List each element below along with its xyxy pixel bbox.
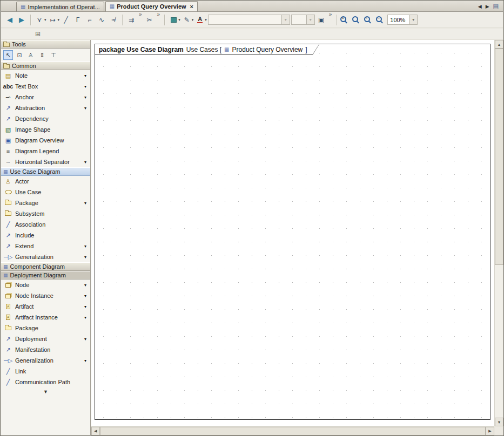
secondary-combo[interactable]: ▼ [291, 15, 315, 25]
chevron-down-icon[interactable]: ▾ [58, 18, 60, 22]
palette-item-manifestation[interactable]: ↗ Manifestation [1, 344, 90, 355]
palette-item-diagram-overview[interactable]: ▣ Diagram Overview [1, 135, 90, 146]
diagram-frame[interactable]: package Use Case Diagram Use Cases [ ▦ P… [95, 44, 490, 420]
align-tool-button[interactable]: ⊤ [49, 50, 58, 60]
scroll-up-icon[interactable]: ▲ [495, 40, 503, 49]
chevron-down-icon[interactable]: ▾ [84, 304, 88, 309]
scroll-left-icon[interactable]: ◀ [91, 427, 100, 435]
sticky-path-tool-button[interactable]: ↦ [48, 14, 58, 26]
palette-item-deployment-package[interactable]: Package [1, 323, 90, 333]
zoom-in-button[interactable]: + [340, 16, 351, 24]
palette-item-include[interactable]: ↗ Include [1, 230, 90, 241]
chevron-down-icon[interactable]: ▾ [84, 95, 88, 100]
fill-color-button[interactable] [168, 14, 179, 26]
toolbar-overflow-icon[interactable]: » [139, 12, 142, 17]
palette-item-artifact-instance[interactable]: Artifact Instance ▾ [1, 312, 90, 323]
palette-item-generalization[interactable]: ─▷ Generalization ▾ [1, 251, 90, 262]
chevron-down-icon[interactable]: ▾ [84, 283, 88, 288]
next-tab-icon[interactable]: ▶ [486, 4, 489, 9]
line-color-button[interactable]: ✎ [182, 14, 192, 26]
palette-item-dependency[interactable]: ↗ Dependency [1, 113, 90, 124]
palette-scroll-down-button[interactable]: ▼ [1, 387, 90, 396]
chevron-down-icon[interactable]: ▾ [84, 160, 88, 165]
palette-section-use-case-diagram[interactable]: ▦ Use Case Diagram [1, 167, 90, 176]
palette-item-subsystem[interactable]: Subsystem [1, 208, 90, 219]
style-combo[interactable]: ▼ [208, 15, 290, 25]
draw-path-tool-button[interactable]: ⋎ [34, 14, 45, 26]
chevron-down-icon[interactable]: ▾ [84, 84, 88, 89]
selection-tool-button[interactable]: ↖ [3, 50, 13, 60]
vertical-scrollbar-thumb[interactable] [495, 49, 503, 265]
palette-item-diagram-legend[interactable]: ≡ Diagram Legend [1, 146, 90, 156]
combo-arrow-icon[interactable]: ▼ [409, 15, 417, 24]
font-color-button[interactable]: A [194, 14, 205, 26]
toolbar-overflow-icon[interactable]: » [329, 12, 332, 17]
scroll-right-icon[interactable]: ▶ [486, 427, 494, 435]
close-tab-icon[interactable]: × [190, 3, 193, 10]
palette-item-deployment[interactable]: ↗ Deployment ▾ [1, 333, 90, 344]
chevron-down-icon[interactable]: ▾ [178, 18, 180, 22]
palette-item-node[interactable]: Node ▾ [1, 280, 90, 290]
swimlane-tool-button[interactable]: ♙ [26, 50, 36, 60]
custom-path-button[interactable]: ≉ [108, 14, 119, 26]
scroll-down-icon[interactable]: ▼ [495, 418, 503, 426]
tab-implementation-of-operations[interactable]: ▦ Implementation of Operat... [16, 2, 104, 11]
palette-item-node-instance[interactable]: Node Instance ▾ [1, 290, 90, 301]
chevron-down-icon[interactable]: ▾ [84, 255, 88, 260]
tab-product-query-overview[interactable]: ▦ Product Query Overview × [105, 1, 198, 11]
palette-section-deployment-diagram[interactable]: ▦ Deployment Diagram [1, 271, 90, 280]
chevron-down-icon[interactable]: ▾ [84, 106, 88, 111]
toolbar-overflow-icon[interactable]: » [157, 12, 160, 17]
palette-section-common[interactable]: Common [1, 62, 90, 70]
diagram-canvas[interactable]: package Use Case Diagram Use Cases [ ▦ P… [91, 40, 494, 426]
palette-section-tools[interactable]: Tools [1, 40, 90, 49]
palette-item-actor[interactable]: ♙ Actor [1, 176, 90, 187]
chevron-down-icon[interactable]: ▾ [84, 294, 88, 298]
horizontal-scrollbar-thumb[interactable] [100, 427, 486, 435]
chevron-down-icon[interactable]: ▾ [84, 358, 88, 363]
combo-arrow-icon[interactable]: ▼ [281, 15, 290, 24]
zoom-level-combo[interactable]: 100% ▼ [387, 15, 418, 25]
autosize-button[interactable]: ⇉ [126, 14, 137, 26]
palette-item-artifact[interactable]: Artifact ▾ [1, 301, 90, 312]
palette-item-note[interactable]: ▤ Note ▾ [1, 70, 90, 81]
bent-path-button[interactable]: ⌐ [84, 14, 95, 26]
window-list-icon[interactable]: ▤ [493, 3, 499, 10]
back-button[interactable]: ◀ [4, 14, 15, 26]
oblique-path-button[interactable]: ╱ [61, 14, 71, 26]
palette-item-abstraction[interactable]: ↗ Abstraction ▾ [1, 103, 90, 113]
curved-path-button[interactable]: ∿ [96, 14, 107, 26]
palette-item-text-box[interactable]: abc Text Box ▾ [1, 81, 90, 92]
forward-button[interactable]: ▶ [16, 14, 27, 26]
palette-item-image-shape[interactable]: ▧ Image Shape [1, 124, 90, 135]
palette-item-package[interactable]: Package ▾ [1, 197, 90, 208]
palette-item-communication-path[interactable]: ╱ Communication Path [1, 377, 90, 387]
palette-item-extend[interactable]: ↗ Extend ▾ [1, 241, 90, 251]
combo-arrow-icon[interactable]: ▼ [306, 15, 314, 24]
selection-filter-button[interactable]: ⊡ [15, 50, 24, 60]
chevron-down-icon[interactable]: ▾ [84, 244, 88, 249]
zoom-out-button[interactable]: − [375, 16, 386, 24]
chevron-down-icon[interactable]: ▾ [84, 73, 88, 78]
vertical-resize-tool-button[interactable]: ⇕ [37, 50, 47, 60]
palette-item-deployment-generalization[interactable]: ─▷ Generalization ▾ [1, 355, 90, 366]
chevron-down-icon[interactable]: ▾ [84, 315, 88, 320]
chevron-down-icon[interactable]: ▾ [205, 18, 207, 22]
chevron-down-icon[interactable]: ▾ [84, 337, 88, 342]
palette-item-anchor[interactable]: ⊸ Anchor ▾ [1, 92, 90, 103]
rectilinear-path-button[interactable]: Γ [72, 14, 83, 26]
palette-item-horizontal-separator[interactable]: ┄ Horizontal Separator ▾ [1, 156, 90, 167]
palette-item-association[interactable]: ╱ Association [1, 219, 90, 230]
palette-section-component-diagram[interactable]: ▦ Component Diagram [1, 262, 90, 271]
palette-item-use-case[interactable]: Use Case [1, 187, 90, 197]
chevron-down-icon[interactable]: ▾ [44, 18, 46, 22]
fit-in-window-button[interactable]: ▫ [364, 16, 374, 24]
previous-tab-icon[interactable]: ◀ [478, 4, 482, 9]
vertical-scrollbar[interactable]: ▲ ▼ [494, 40, 503, 426]
chevron-down-icon[interactable]: ▾ [84, 201, 88, 206]
horizontal-scrollbar[interactable]: ◀ ▶ [91, 426, 494, 435]
zoom-reset-button[interactable] [352, 16, 362, 24]
palette-item-link[interactable]: ╱ Link [1, 366, 90, 377]
refactor-cut-button[interactable]: ✂ [144, 14, 155, 26]
secondary-toolbar-button[interactable]: ⊞ [32, 28, 43, 40]
